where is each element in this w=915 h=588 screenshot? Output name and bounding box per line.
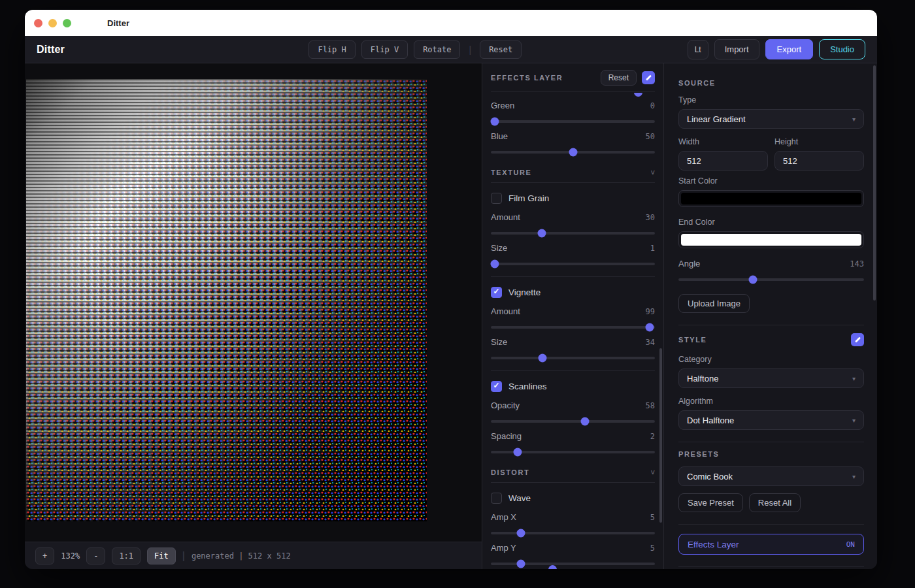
effects-enabled-checkbox[interactable] (642, 71, 655, 84)
width-input[interactable] (678, 151, 768, 171)
close-window-icon[interactable] (34, 19, 42, 27)
amp-x-value: 5 (650, 513, 655, 522)
grain-amount-thumb[interactable] (537, 229, 546, 238)
vignette-size-thumb[interactable] (539, 354, 547, 363)
reset-button[interactable]: Reset (480, 41, 522, 59)
grain-size-label: Size (491, 243, 507, 253)
red-slider-thumb-partial[interactable] (634, 93, 642, 97)
film-grain-row: Film Grain (491, 193, 655, 204)
window-title: Ditter (107, 18, 129, 28)
clipped-slider-area (491, 565, 655, 569)
scanlines-checkbox[interactable] (491, 381, 502, 392)
canvas-viewport[interactable]: + 132% - 1:1 Fit | generated | 512 x 512 (25, 63, 482, 569)
scanlines-spacing-slider[interactable] (491, 451, 655, 453)
source-panel-scrollbar[interactable] (873, 65, 876, 301)
distort-collapse-icon[interactable]: v (650, 468, 655, 476)
film-grain-checkbox[interactable] (491, 193, 502, 204)
import-button[interactable]: Import (714, 39, 759, 59)
type-select[interactable]: Linear Gradient ▾ (678, 109, 864, 129)
category-select[interactable]: Halftone ▾ (678, 368, 864, 388)
grain-size-value: 1 (650, 244, 655, 253)
chevron-down-icon: ▾ (852, 116, 856, 123)
divider (491, 276, 655, 277)
flip-h-button[interactable]: Flip H (308, 41, 355, 59)
save-preset-button[interactable]: Save Preset (678, 493, 743, 512)
divider (678, 325, 864, 325)
type-value: Linear Gradient (687, 114, 746, 124)
width-label: Width (678, 137, 768, 146)
grain-amount-slider[interactable] (491, 232, 655, 235)
effects-layer-toggle-button[interactable]: Effects Layer ON (678, 534, 864, 555)
grain-size-slider[interactable] (491, 263, 655, 265)
amp-x-slider[interactable] (491, 532, 655, 534)
distort-section-header[interactable]: DISTORT v (491, 468, 655, 476)
algorithm-label: Algorithm (678, 397, 864, 406)
vignette-checkbox[interactable] (491, 287, 502, 298)
scanlines-opacity-slider[interactable] (491, 420, 655, 423)
end-color-swatch[interactable] (678, 231, 864, 248)
green-slider-thumb[interactable] (491, 118, 499, 126)
maximize-window-icon[interactable] (63, 19, 71, 27)
freq-x-thumb-partial[interactable] (548, 565, 557, 569)
texture-section-header[interactable]: TEXTURE v (491, 168, 655, 176)
amp-x-thumb[interactable] (517, 529, 525, 538)
dithered-preview-image (26, 79, 427, 521)
scanlines-opacity-thumb[interactable] (581, 417, 590, 426)
effects-panel[interactable]: EFFECTS LAYER Reset Green 0 Blue (482, 63, 663, 569)
start-color-label: Start Color (678, 176, 864, 186)
preset-select[interactable]: Comic Book ▾ (678, 466, 864, 486)
header-actions: Lt Import Export Studio (688, 39, 865, 59)
scanlines-spacing-thumb[interactable] (514, 448, 522, 457)
preset-value: Comic Book (687, 472, 733, 482)
divider (491, 182, 655, 183)
scanlines-opacity-value: 58 (646, 401, 655, 410)
export-button[interactable]: Export (765, 39, 814, 59)
canvas-status: generated | 512 x 512 (191, 551, 291, 561)
app-logo: Ditter (37, 44, 65, 56)
source-panel[interactable]: SOURCE Type Linear Gradient ▾ Width Heig… (663, 63, 877, 569)
scanlines-label: Scanlines (508, 382, 547, 391)
texture-collapse-icon[interactable]: v (650, 168, 655, 176)
amp-y-value: 5 (650, 544, 655, 553)
wave-checkbox[interactable] (491, 493, 502, 504)
divider (678, 524, 864, 525)
actual-size-button[interactable]: 1:1 (112, 547, 141, 564)
minimize-window-icon[interactable] (48, 19, 57, 27)
category-label: Category (678, 355, 864, 364)
vignette-amount-slider[interactable] (491, 326, 655, 329)
toolbar-divider: | (466, 44, 474, 55)
vignette-amount-thumb[interactable] (646, 323, 654, 332)
vignette-size-label: Size (491, 337, 507, 347)
upload-image-button[interactable]: Upload Image (678, 294, 750, 313)
scanlines-row: Scanlines (491, 381, 655, 392)
studio-button[interactable]: Studio (819, 39, 865, 59)
angle-slider[interactable] (678, 278, 864, 281)
height-input[interactable] (774, 151, 864, 171)
zoom-in-button[interactable]: + (35, 547, 54, 564)
vignette-size-slider[interactable] (491, 357, 655, 359)
zoom-out-button[interactable]: - (86, 547, 105, 564)
chevron-down-icon: ▾ (852, 417, 856, 424)
grain-amount-value: 30 (646, 213, 655, 222)
wave-row: Wave (491, 493, 655, 504)
rotate-button[interactable]: Rotate (414, 41, 460, 59)
fit-button[interactable]: Fit (147, 547, 176, 564)
flip-v-button[interactable]: Flip V (361, 41, 408, 59)
effects-panel-scrollbar[interactable] (659, 348, 662, 523)
reset-all-button[interactable]: Reset All (749, 493, 801, 512)
app-window: Ditter Ditter Flip H Flip V Rotate | Res… (25, 10, 877, 569)
green-slider[interactable] (491, 120, 655, 123)
start-color-swatch[interactable] (678, 190, 864, 207)
style-enabled-checkbox[interactable] (851, 333, 864, 346)
algorithm-select[interactable]: Dot Halftone ▾ (678, 410, 864, 430)
main-content: + 132% - 1:1 Fit | generated | 512 x 512… (25, 63, 877, 569)
transform-toolbar: Flip H Flip V Rotate | Reset (143, 41, 688, 59)
blue-slider[interactable] (491, 151, 655, 154)
grain-size-thumb[interactable] (491, 260, 499, 269)
scanlines-spacing-row: Spacing 2 (491, 431, 655, 453)
lt-toggle-button[interactable]: Lt (688, 40, 708, 59)
height-label: Height (774, 137, 864, 146)
angle-thumb[interactable] (748, 276, 757, 284)
effects-reset-button[interactable]: Reset (601, 70, 637, 86)
blue-slider-thumb[interactable] (569, 148, 577, 157)
